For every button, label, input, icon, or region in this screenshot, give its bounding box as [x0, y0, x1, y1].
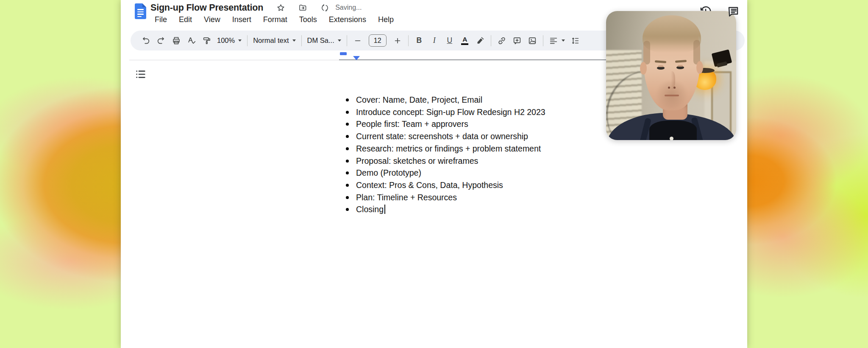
align-select[interactable] [546, 36, 568, 45]
line-spacing-icon [570, 36, 580, 45]
paragraph-style-value: Normal text [253, 36, 289, 45]
menu-item[interactable]: Tools [294, 14, 322, 25]
print-icon [172, 36, 181, 45]
font-select[interactable]: DM Sa... [305, 36, 344, 45]
list-item-text: Closing [356, 205, 385, 214]
list-item-text: Proposal: sketches or wireframes [356, 156, 478, 166]
list-item[interactable]: Research: metrics or findings + problem … [345, 143, 545, 155]
left-indent-marker[interactable] [353, 56, 360, 60]
webcam-overlay[interactable] [606, 11, 736, 140]
first-line-indent-marker[interactable] [340, 52, 347, 55]
person-hair [643, 15, 701, 53]
list-item-text: People first: Team + approvers [356, 119, 468, 129]
minus-icon [353, 36, 362, 45]
align-left-icon [549, 36, 558, 45]
list-item-text: Context: Pros & Cons, Data, Hypothesis [356, 180, 503, 190]
list-item[interactable]: Closing [345, 203, 545, 216]
folder-move-icon [298, 3, 307, 12]
chevron-down-icon [338, 39, 341, 42]
list-item-text: Plan: Timeline + Resources [356, 193, 457, 202]
link-icon [497, 36, 506, 45]
list-item-text: Research: metrics or findings + problem … [356, 144, 541, 153]
person-eye [676, 66, 684, 69]
undo-icon [141, 36, 150, 45]
line-spacing-button[interactable] [568, 33, 583, 48]
list-item[interactable]: Proposal: sketches or wireframes [345, 155, 545, 167]
menu-item[interactable]: Extensions [324, 14, 371, 25]
spellcheck-button[interactable] [184, 33, 199, 48]
screen: Sign-up Flow Presentation Saving... File… [0, 0, 868, 348]
google-docs-icon[interactable] [135, 3, 146, 19]
bold-button[interactable]: B [412, 33, 427, 48]
menu-item[interactable]: Help [373, 14, 399, 25]
insert-image-button[interactable] [525, 33, 540, 48]
text-color-button[interactable]: A [457, 33, 473, 48]
star-button[interactable] [275, 2, 286, 13]
chevron-down-icon [562, 39, 565, 42]
document-title[interactable]: Sign-up Flow Presentation [150, 3, 263, 13]
comment-plus-icon [512, 36, 522, 45]
document-bulleted-list[interactable]: Cover: Name, Date, Project, Email Introd… [345, 94, 545, 216]
text-color-icon: A [461, 36, 468, 45]
highlighter-icon [476, 36, 485, 45]
list-item-text: Demo (Prototype) [356, 168, 421, 177]
person-hair-side [643, 41, 650, 65]
saving-status: Saving... [335, 4, 362, 11]
chevron-down-icon [238, 39, 242, 42]
sync-icon [320, 3, 329, 12]
saving-sync-button[interactable] [319, 2, 330, 13]
menu-item[interactable]: Format [258, 14, 292, 25]
spellcheck-icon [187, 36, 196, 45]
menu-bar: FileEditViewInsertFormatToolsExtensionsH… [150, 14, 399, 25]
add-comment-button[interactable] [509, 33, 525, 48]
desktop-gradient-left [0, 0, 121, 348]
italic-button[interactable]: I [427, 33, 442, 48]
docs-icon-fold [142, 3, 146, 7]
plus-icon [393, 36, 402, 45]
list-item-text: Cover: Name, Date, Project, Email [356, 95, 482, 104]
font-value: DM Sa... [307, 36, 334, 45]
image-icon [528, 36, 537, 45]
paint-roller-icon [202, 36, 211, 45]
open-comments-button[interactable] [726, 4, 740, 19]
list-item-text: Current state: screenshots + data or own… [356, 132, 528, 141]
person-ear [640, 62, 647, 75]
list-item[interactable]: Cover: Name, Date, Project, Email [345, 94, 545, 106]
zoom-select[interactable]: 100% [214, 36, 244, 45]
show-outline-button[interactable] [132, 66, 149, 83]
menu-item[interactable]: Edit [174, 14, 197, 25]
menu-item[interactable]: View [199, 14, 225, 25]
outline-list-icon [134, 67, 147, 81]
star-icon [276, 3, 285, 12]
print-button[interactable] [169, 33, 184, 48]
chevron-down-icon [292, 39, 296, 42]
paint-format-button[interactable] [199, 33, 214, 48]
list-item[interactable]: Demo (Prototype) [345, 167, 545, 179]
list-item[interactable]: Current state: screenshots + data or own… [345, 130, 545, 143]
paragraph-style-select[interactable]: Normal text [250, 36, 298, 45]
person-mouth [665, 95, 679, 96]
list-item-text: Introduce concept: Sign-up Flow Redesign… [356, 107, 545, 117]
comment-history-icon [727, 5, 740, 18]
redo-icon [156, 36, 166, 45]
list-item[interactable]: Introduce concept: Sign-up Flow Redesign… [345, 106, 545, 118]
increase-font-size-button[interactable] [390, 33, 405, 48]
decrease-font-size-button[interactable] [350, 33, 365, 48]
font-size-input[interactable]: 12 [369, 34, 387, 47]
desktop-gradient-right [747, 0, 868, 348]
undo-button[interactable] [138, 33, 153, 48]
zoom-value: 100% [217, 36, 235, 45]
underline-button[interactable]: U [442, 33, 457, 48]
highlight-color-button[interactable] [473, 33, 488, 48]
list-item[interactable]: Plan: Timeline + Resources [345, 191, 545, 204]
insert-link-button[interactable] [494, 33, 509, 48]
move-to-folder-button[interactable] [297, 2, 308, 13]
menu-item[interactable]: Insert [227, 14, 256, 25]
person-ear [696, 61, 703, 74]
list-item[interactable]: Context: Pros & Cons, Data, Hypothesis [345, 179, 545, 191]
shirt-button [670, 137, 673, 140]
redo-button[interactable] [153, 33, 169, 48]
menu-item[interactable]: File [150, 14, 172, 25]
person-eye [657, 67, 665, 70]
list-item[interactable]: People first: Team + approvers [345, 118, 545, 130]
